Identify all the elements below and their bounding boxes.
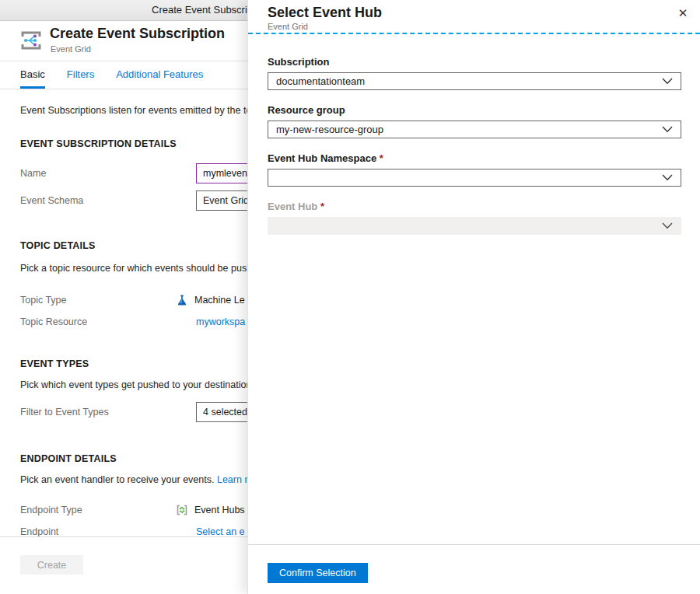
chevron-down-icon (662, 124, 673, 135)
tab-additional-features[interactable]: Additional Features (116, 61, 203, 89)
event-hub-select (268, 217, 681, 235)
right-panel-header: Select Event Hub Event Grid ✕ (248, 0, 700, 34)
page-subtitle: Event Grid (51, 44, 91, 54)
filter-event-types-label: Filter to Event Types (20, 407, 196, 418)
topic-resource-label: Topic Resource (20, 316, 196, 327)
create-button[interactable]: Create (20, 555, 83, 575)
event-hub-namespace-label: Event Hub Namespace * (268, 152, 681, 164)
event-schema-label: Event Schema (20, 195, 196, 206)
select-event-hub-panel: Select Event Hub Event Grid ✕ Subscripti… (247, 0, 700, 594)
chevron-down-icon (662, 172, 673, 183)
event-hub-namespace-label-text: Event Hub Namespace (268, 152, 376, 164)
endpoint-details-description-text: Pick an event handler to receive your ev… (20, 474, 214, 485)
topic-type-label: Topic Type (20, 295, 176, 306)
subscription-field-group: Subscription documentationteam (268, 56, 681, 90)
event-hub-label-text: Event Hub (268, 201, 317, 212)
right-panel-form: Subscription documentationteam Resource … (248, 34, 700, 235)
tab-basic[interactable]: Basic (20, 61, 45, 89)
resource-group-field-group: Resource group my-new-resource-group (268, 104, 681, 138)
endpoint-type-label: Endpoint Type (20, 505, 176, 515)
topic-resource-link[interactable]: myworkspa (196, 316, 245, 327)
resource-group-label: Resource group (268, 104, 681, 116)
event-hubs-icon (176, 504, 188, 516)
resource-group-select[interactable]: my-new-resource-group (268, 121, 681, 138)
resource-group-value: my-new-resource-group (276, 124, 383, 135)
page-title: Create Event Subscription (50, 26, 225, 42)
subscription-value: documentationteam (276, 75, 365, 87)
endpoint-type-value: Event Hubs (194, 505, 245, 515)
event-hub-namespace-select[interactable] (268, 169, 681, 187)
close-icon[interactable]: ✕ (674, 5, 691, 22)
subscription-select[interactable]: documentationteam (268, 72, 681, 90)
endpoint-label: Endpoint (20, 526, 196, 537)
panel-title: Select Event Hub (268, 5, 382, 21)
browser-tab-title: Create Event Subscrip (152, 0, 253, 20)
panel-subtitle: Event Grid (268, 22, 308, 31)
required-asterisk: * (380, 152, 383, 164)
required-asterisk: * (320, 201, 324, 212)
topic-type-value: Machine Le (194, 295, 245, 306)
subscription-label: Subscription (268, 56, 681, 68)
tab-filters[interactable]: Filters (67, 61, 94, 89)
machine-learning-icon (176, 294, 188, 306)
chevron-down-icon (662, 220, 673, 232)
event-hub-label: Event Hub * (268, 201, 681, 212)
name-label: Name (20, 168, 196, 179)
chevron-down-icon (662, 75, 673, 87)
endpoint-select-link[interactable]: Select an e (196, 526, 245, 537)
right-panel-footer: Confirm Selection (248, 544, 700, 594)
event-hub-field-group: Event Hub * (268, 201, 681, 235)
event-hub-namespace-field-group: Event Hub Namespace * (268, 152, 681, 187)
confirm-selection-button[interactable]: Confirm Selection (268, 563, 368, 583)
event-grid-icon (19, 28, 44, 56)
